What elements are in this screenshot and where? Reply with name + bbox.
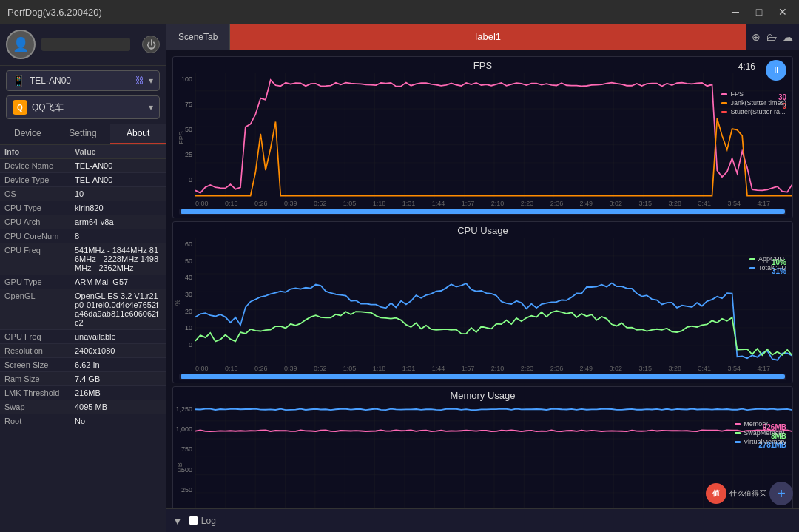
left-panel: 👤 ⏻ 📱 TEL-AN00 ⛓ ▾ Q QQ飞车 ▾ Device Setti… <box>0 24 166 532</box>
chart-svg <box>195 403 792 508</box>
chart-legend: Memory SwapMemory VirtualMemory <box>735 420 786 445</box>
label1-tab[interactable]: label1 <box>230 24 746 50</box>
time-label: 3:54 <box>727 200 741 207</box>
y-axis-label: 250 <box>181 486 192 494</box>
log-checkbox[interactable]: Log <box>189 516 216 526</box>
device-dropdown-icon: ▾ <box>149 75 153 86</box>
time-label: 1:05 <box>343 200 357 207</box>
legend-label: Stutter(Stutter ra... <box>730 108 785 115</box>
legend-color <box>721 102 727 104</box>
time-label: 0:00 <box>195 200 209 207</box>
app-selector[interactable]: Q QQ飞车 ▾ <box>6 95 160 119</box>
y-axis-label: 20 <box>185 308 192 315</box>
info-label: CPU CoreNum <box>4 232 75 240</box>
y-axis-unit-label: % <box>174 299 181 305</box>
device-selector[interactable]: 📱 TEL-AN00 ⛓ ▾ <box>6 70 160 91</box>
y-axis-label: 0 <box>189 341 192 349</box>
add-chart-button[interactable]: + <box>769 482 793 505</box>
close-button[interactable]: ✕ <box>774 3 792 21</box>
time-label: 2:10 <box>491 365 505 372</box>
info-value: kirin820 <box>75 203 161 212</box>
chart-legend: AppCPU TotalCPU <box>749 255 786 272</box>
chart-svg <box>195 238 792 363</box>
time-axis: 0:000:130:260:390:521:051:181:311:441:57… <box>173 363 792 374</box>
info-label: CPU Arch <box>4 218 75 226</box>
maximize-button[interactable]: □ <box>750 3 768 21</box>
cloud-icon[interactable]: ☁ <box>783 31 793 43</box>
username-bar <box>41 38 130 51</box>
info-row: OpenGL OpenGL ES 3.2 V1.r21p0-01rel0.0d4… <box>0 289 166 330</box>
info-row: CPU Freq 541MHz - 1844MHz 816MHz - 2228M… <box>0 243 166 275</box>
time-label: 1:57 <box>462 365 475 372</box>
minimize-button[interactable]: ─ <box>726 3 744 21</box>
tab-setting[interactable]: Setting <box>55 124 111 144</box>
legend-item: TotalCPU <box>749 264 786 272</box>
info-label: LMK Threshold <box>4 388 75 397</box>
info-row: Swap 4095 MB <box>0 400 166 414</box>
chart-cpu-usage: CPU Usage 6050403020100 <box>172 221 793 383</box>
info-label: GPU Freq <box>4 332 75 341</box>
power-button[interactable]: ⏻ <box>142 36 160 53</box>
chart-title: Memory Usage <box>173 387 792 403</box>
svg-rect-2 <box>195 403 792 508</box>
y-axis-label: 0 <box>189 506 192 508</box>
y-axis-label: 1,000 <box>175 425 192 433</box>
info-row: CPU Arch arm64-v8a <box>0 215 166 229</box>
svg-rect-1 <box>195 238 792 363</box>
info-value: unavailable <box>75 332 161 341</box>
folder-icon[interactable]: 🗁 <box>766 31 777 43</box>
info-row: Ram Size 7.4 GB <box>0 372 166 386</box>
time-label: 2:23 <box>521 200 534 207</box>
chart-title: CPU Usage <box>173 222 792 238</box>
titlebar: PerfDog(v3.6.200420) ─ □ ✕ <box>0 0 799 24</box>
info-value: 2400x1080 <box>75 346 161 355</box>
time-label: 2:49 <box>580 365 593 372</box>
info-value: No <box>75 417 161 425</box>
legend-color <box>735 423 741 425</box>
tab-about[interactable]: About <box>110 124 166 144</box>
y-axis-unit-label: MB <box>176 462 183 473</box>
time-label: 1:18 <box>373 365 386 372</box>
time-axis: 0:000:130:260:390:521:051:181:311:441:57… <box>173 198 792 209</box>
time-label: 1:44 <box>432 200 445 207</box>
legend-item: SwapMemory <box>735 429 786 437</box>
legend-color <box>735 441 741 443</box>
time-label: 3:41 <box>698 200 711 207</box>
chart-scrollbar[interactable] <box>179 209 786 215</box>
info-row: OS 10 <box>0 187 166 201</box>
y-axis-label: 40 <box>185 274 192 281</box>
y-axis-label: 1,250 <box>175 405 192 413</box>
info-label: Screen Size <box>4 360 75 369</box>
info-value: 8 <box>75 232 161 240</box>
scene-tab-label[interactable]: SceneTab <box>166 24 230 50</box>
link-icon: ⛓ <box>135 75 144 86</box>
time-label: 2:10 <box>491 200 505 207</box>
watermark-text: 什么值得买 <box>729 488 766 499</box>
time-label: 3:28 <box>669 365 682 372</box>
time-label: 4:17 <box>757 365 770 372</box>
charts-area: FPS 4:16 ⏸ 1007550250 <box>166 50 799 508</box>
info-value: 216MB <box>75 388 161 397</box>
time-label: 0:52 <box>314 365 327 372</box>
info-row: LMK Threshold 216MB <box>0 386 166 400</box>
time-label: 0:13 <box>225 200 238 207</box>
main-layout: 👤 ⏻ 📱 TEL-AN00 ⛓ ▾ Q QQ飞车 ▾ Device Setti… <box>0 24 799 532</box>
scrollbar-thumb[interactable] <box>181 209 785 214</box>
chart-legend: FPS Jank(Stutter times) Stutter(Stutter … <box>721 90 786 115</box>
tab-device[interactable]: Device <box>0 124 55 144</box>
time-label: 1:57 <box>462 200 475 207</box>
location-icon[interactable]: ⊕ <box>752 31 761 43</box>
info-label: CPU Freq <box>4 246 75 255</box>
app-dropdown-icon: ▾ <box>149 102 153 112</box>
expand-button[interactable]: ▼ <box>172 515 183 527</box>
info-row: Device Type TEL-AN00 <box>0 173 166 187</box>
scrollbar-thumb[interactable] <box>181 374 785 379</box>
y-axis-unit-label: FPS <box>178 131 185 144</box>
info-label: CPU Type <box>4 203 75 212</box>
bottom-bar: ▼ Log <box>166 508 799 532</box>
chart-scrollbar[interactable] <box>179 374 786 380</box>
info-value: 4095 MB <box>75 403 161 411</box>
window-controls: ─ □ ✕ <box>726 3 792 21</box>
log-check-input[interactable] <box>189 516 198 525</box>
watermark: 值 什么值得买 + <box>706 482 793 505</box>
